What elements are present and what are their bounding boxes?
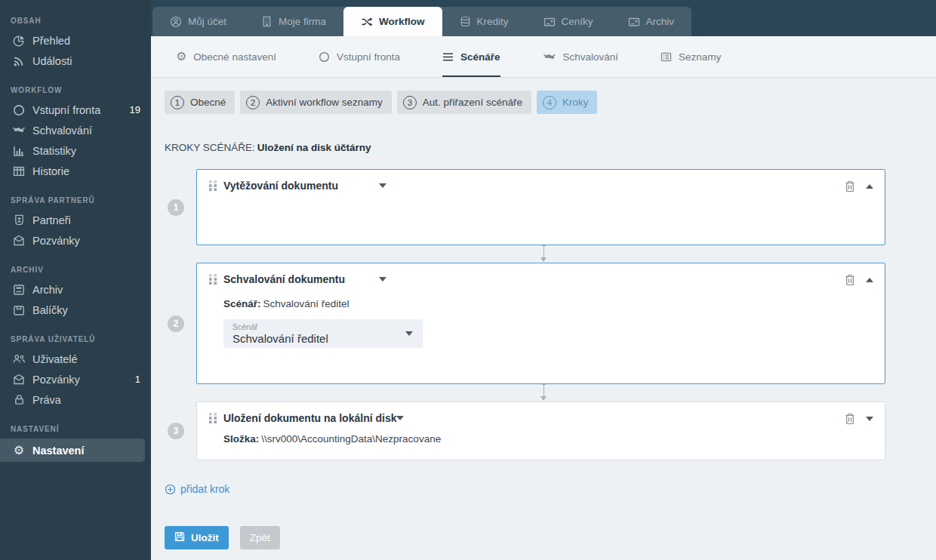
sidebar-item-balicky[interactable]: Balíčky: [0, 300, 151, 320]
sidebar-item-prava[interactable]: Práva: [0, 389, 151, 410]
sidebar-section-archiv: ARCHIV: [11, 266, 140, 274]
workflow-subnav: ⚙ Obecné nastavení Vstupní fronta Scénář…: [151, 36, 936, 78]
scenario-select-value: Schvalování ředitel: [232, 332, 414, 345]
step-row-3: 3 Uložení dokumentu na lokální disk Slož…: [165, 402, 922, 460]
gear-icon: ⚙: [11, 445, 27, 457]
sidebar-item-archiv[interactable]: Archiv: [0, 279, 151, 300]
step-summary-label: Složka:: [223, 433, 259, 445]
step-type-label: Uložení dokumentu na lokální disk: [223, 412, 396, 424]
sidebar-item-nastaveni[interactable]: ⚙ Nastavení: [0, 438, 145, 462]
back-button[interactable]: Zpět: [240, 526, 280, 549]
envelope-icon: [11, 235, 27, 246]
subtab-seznamy[interactable]: Seznamy: [660, 36, 721, 77]
sidebar-item-pozvanky-uzivatele[interactable]: Pozvánky 1: [0, 369, 151, 389]
step-type-label: Vytěžování dokumentu: [223, 180, 379, 192]
step-type-dropdown-icon[interactable]: [379, 183, 386, 188]
tab-archiv[interactable]: Archiv: [611, 7, 692, 36]
wizard-step-1[interactable]: 1 Obecné: [165, 91, 235, 114]
sidebar-item-uzivatele[interactable]: Uživatelé: [0, 349, 151, 369]
top-tabstrip: Můj účet Moje firma Workflow Kredity Cen…: [152, 7, 691, 36]
archive-card-icon: [628, 16, 640, 28]
page-title-value: Uložení na disk účtárny: [257, 142, 371, 153]
collapse-step-button[interactable]: [866, 184, 873, 189]
wizard-step-3[interactable]: 3 Aut. přiřazení scénáře: [397, 91, 531, 114]
sidebar-item-udalosti[interactable]: Události: [0, 51, 151, 71]
wizard-step-4[interactable]: 4 Kroky: [537, 91, 598, 114]
sidebar-section-nastaveni: NASTAVENÍ: [11, 425, 140, 433]
wizard-step-label: Aut. přiřazení scénáře: [423, 97, 522, 108]
sidebar-item-historie[interactable]: Historie: [0, 161, 151, 181]
step-summary: Složka:\\srv000\AccountingData\Nezpracov…: [223, 433, 873, 445]
step-type-dropdown-icon[interactable]: [396, 416, 404, 420]
wizard-step-number: 4: [543, 96, 556, 109]
tab-kredity[interactable]: Kredity: [442, 7, 526, 36]
subtab-scenare[interactable]: Scénáře: [442, 36, 500, 77]
wizard-steps: 1 Obecné 2 Aktivní workflow seznamy 3 Au…: [165, 91, 922, 114]
lines-icon: [442, 52, 454, 62]
sidebar-item-label: Uživatelé: [32, 353, 78, 365]
sidebar-item-prehled[interactable]: Přehled: [0, 30, 151, 51]
wizard-step-number: 2: [246, 96, 260, 109]
coins-icon: [460, 16, 471, 27]
sidebar-section-sprava-partneru: SPRÁVA PARTNERŮ: [11, 196, 140, 205]
user-circle-icon: [170, 16, 182, 28]
content-area: 1 Obecné 2 Aktivní workflow seznamy 3 Au…: [151, 78, 936, 560]
sidebar-section-obsah: OBSAH: [11, 17, 140, 25]
step-summary-value: Schvalování ředitel: [263, 298, 349, 309]
floppy-disk-icon: [174, 531, 185, 544]
bar-chart-icon: [11, 145, 27, 157]
tab-label: Kredity: [477, 16, 509, 27]
drag-handle-icon[interactable]: [209, 274, 217, 285]
save-button-label: Uložit: [191, 532, 219, 543]
step-number-badge: 3: [168, 423, 184, 439]
step-card-3: Uložení dokumentu na lokální disk Složka…: [196, 402, 885, 460]
subtab-label: Schvalování: [563, 51, 619, 63]
tab-ceniky[interactable]: Ceníky: [526, 7, 611, 36]
step-type-dropdown-icon[interactable]: [379, 277, 386, 282]
tab-label: Workflow: [379, 16, 425, 27]
subtab-obecne-nastaveni[interactable]: ⚙ Obecné nastavení: [176, 36, 276, 77]
add-step-link[interactable]: přidat krok: [165, 483, 229, 495]
back-button-label: Zpět: [250, 532, 270, 543]
sidebar-item-label: Vstupní fronta: [32, 104, 100, 116]
wizard-step-number: 3: [403, 96, 417, 109]
subtab-label: Seznamy: [679, 51, 721, 63]
subtab-label: Vstupní fronta: [337, 51, 400, 63]
subtab-schvalovani[interactable]: Schvalování: [543, 36, 619, 77]
save-button[interactable]: Uložit: [165, 526, 229, 549]
scenario-select[interactable]: Scénář Schvalování ředitel: [223, 319, 423, 348]
tab-workflow[interactable]: Workflow: [343, 7, 442, 36]
building-icon: [261, 16, 272, 27]
subtab-vstupni-fronta[interactable]: Vstupní fronta: [319, 36, 400, 77]
package-icon: [11, 304, 27, 316]
step-row-1: 1 Vytěžování dokumentu: [165, 169, 922, 245]
tab-moje-firma[interactable]: Moje firma: [244, 7, 343, 36]
add-step-label: přidat krok: [180, 483, 229, 495]
tab-muj-ucet[interactable]: Můj účet: [152, 7, 244, 36]
sidebar-item-partneri[interactable]: Partneři: [0, 210, 151, 230]
delete-step-button[interactable]: [845, 413, 855, 425]
sidebar: OBSAH Přehled Události WORKFLOW Vstupní …: [0, 0, 151, 560]
page-title-label: KROKY SCÉNÁŘE:: [165, 142, 255, 153]
sidebar-item-statistiky[interactable]: Statistiky: [0, 140, 151, 161]
sidebar-section-sprava-uzivatelu: SPRÁVA UŽIVATELŮ: [11, 335, 140, 343]
list-icon: [660, 51, 672, 63]
drag-handle-icon[interactable]: [209, 413, 217, 423]
sidebar-item-pozvanky[interactable]: Pozvánky: [0, 230, 151, 251]
subtab-label: Scénáře: [460, 51, 500, 63]
delete-step-button[interactable]: [845, 180, 855, 192]
sidebar-item-schvalovani[interactable]: Schvalování: [0, 120, 151, 140]
sidebar-item-label: Nastavení: [32, 445, 85, 457]
step-summary-value: \\srv000\AccountingData\Nezpracovane: [261, 433, 441, 445]
delete-step-button[interactable]: [845, 274, 855, 286]
tab-label: Můj účet: [188, 16, 226, 27]
page-title: KROKY SCÉNÁŘE:Uložení na disk účtárny: [165, 142, 922, 153]
collapse-step-button[interactable]: [866, 278, 873, 282]
sidebar-item-vstupni-fronta[interactable]: Vstupní fronta 19: [0, 100, 151, 120]
wizard-step-2[interactable]: 2 Aktivní workflow seznamy: [240, 91, 392, 114]
connector-arrow: [540, 245, 548, 263]
expand-step-button[interactable]: [866, 417, 873, 421]
drag-handle-icon[interactable]: [209, 180, 217, 191]
sidebar-item-label: Historie: [32, 165, 69, 177]
circle-icon: [11, 104, 27, 116]
